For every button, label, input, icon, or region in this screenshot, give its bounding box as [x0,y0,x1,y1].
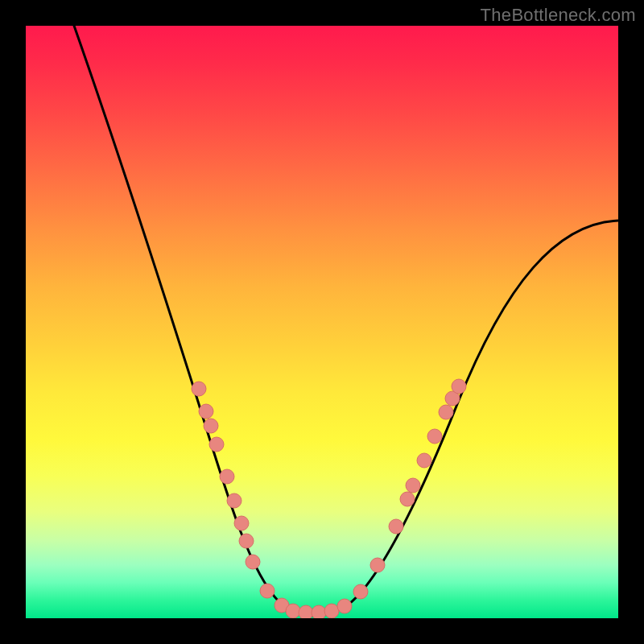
curve-marker [417,453,431,468]
curve-markers [192,379,466,618]
curve-marker [406,478,420,493]
curve-marker [370,558,385,572]
curve-marker [299,605,313,618]
curve-marker [312,605,326,618]
curve-marker [239,534,254,548]
curve-marker [209,437,224,452]
curve-marker [353,584,368,599]
watermark-text: TheBottleneck.com [481,5,636,26]
curve-marker [337,599,352,613]
plot-area [26,26,618,618]
curve-svg [26,26,618,618]
curve-marker [400,492,415,506]
curve-marker [246,555,260,569]
curve-marker [452,379,466,394]
curve-marker [439,405,453,419]
curve-marker [324,604,339,618]
curve-marker [389,519,403,534]
curve-marker [199,404,213,419]
curve-marker [260,584,275,598]
curve-marker [234,516,249,530]
curve-marker [192,382,206,396]
curve-marker [286,604,300,618]
curve-marker [220,469,234,484]
bottleneck-curve [68,26,618,616]
curve-marker [427,429,442,444]
curve-marker [204,419,218,433]
curve-marker [227,493,242,508]
chart-frame: TheBottleneck.com [0,0,644,644]
